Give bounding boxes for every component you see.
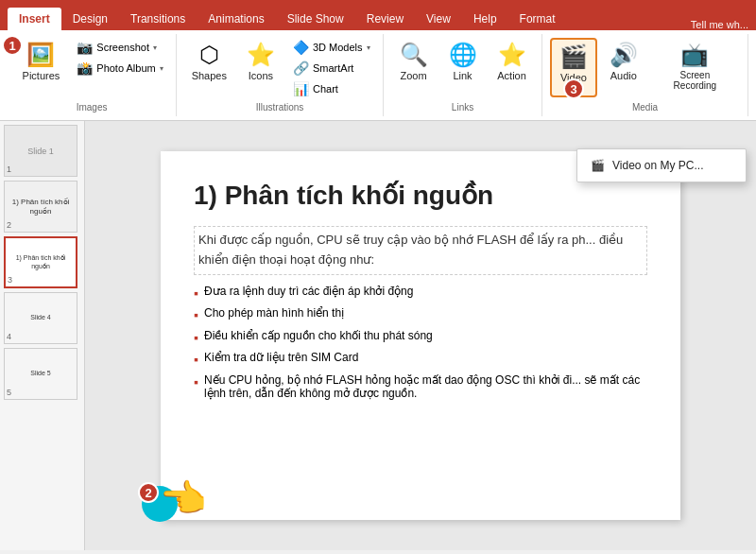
tab-view[interactable]: View xyxy=(415,8,462,30)
slide-panel: Slide 1 1 1) Phân tích khối nguồn 2 1) P… xyxy=(0,121,85,550)
photo-album-button[interactable]: 📸 Photo Album ▾ xyxy=(71,59,168,78)
bullet-mark-2: ▪ xyxy=(194,306,198,325)
shapes-button[interactable]: ⬡ Shapes xyxy=(184,38,234,85)
action-icon: ⭐ xyxy=(498,42,526,68)
screenshot-button[interactable]: 📷 Screenshot ▾ xyxy=(71,38,168,57)
video-icon: 🎬 xyxy=(559,43,588,70)
ribbon-group-illustrations: ⬡ Shapes ⭐ Icons 🔷 3D Models ▾ 🔗 SmartAr… xyxy=(177,34,384,116)
slide-content-area: 1) Phân tích khối nguồn Khi được cấp ngu… xyxy=(161,151,680,520)
tab-format[interactable]: Format xyxy=(508,8,567,30)
bullet-text-5: Nếu CPU hỏng, bộ nhớ FLASH hỏng hoặc mất… xyxy=(204,373,647,400)
tab-review[interactable]: Review xyxy=(355,8,415,30)
slide-bullet-4: ▪ Kiểm tra dữ liệu trên SIM Card xyxy=(194,351,647,370)
audio-icon: 🔊 xyxy=(610,42,638,68)
media-label: Media xyxy=(632,98,658,113)
annotation-2: 2 xyxy=(138,482,159,503)
video-dropdown-menu: 🎬 Video on My PC... xyxy=(576,148,747,182)
tab-bar: Insert Design Transitions Animations Sli… xyxy=(0,0,756,30)
slide-thumb-2[interactable]: 1) Phân tích khối nguồn 2 xyxy=(4,181,77,233)
zoom-icon: 🔍 xyxy=(400,42,428,68)
3d-models-dropdown-icon: ▾ xyxy=(367,43,370,52)
tell-me-bar: Tell me wh... xyxy=(691,19,756,30)
screen-recording-icon: 📺 xyxy=(680,42,709,68)
bullet-text-1: Đưa ra lệnh duy trì các điện áp khởi độn… xyxy=(204,285,647,298)
audio-button[interactable]: 🔊 Audio xyxy=(601,38,646,85)
links-items: 🔍 Zoom 🌐 Link ⭐ Action xyxy=(391,38,535,98)
tab-transitions[interactable]: Transitions xyxy=(119,8,197,30)
images-label: Images xyxy=(77,98,108,113)
slide-thumb-1[interactable]: Slide 1 1 xyxy=(4,125,77,177)
bullet-text-2: Cho phép màn hình hiển thị xyxy=(204,306,647,320)
screenshot-icon: 📷 xyxy=(77,40,93,55)
video-pc-icon: 🎬 xyxy=(591,159,605,172)
slide-bullet-2: ▪ Cho phép màn hình hiển thị xyxy=(194,306,647,325)
slide-intro: Khi được cấp nguồn, CPU sẽ truy cập vào … xyxy=(198,231,643,270)
slide-thumb-3[interactable]: 1) Phân tích khối nguồn 3 xyxy=(4,236,77,288)
annotation-1: 1 xyxy=(2,35,23,56)
icons-button[interactable]: ⭐ Icons xyxy=(238,38,284,85)
ribbon-group-links: 🔍 Zoom 🌐 Link ⭐ Action Links xyxy=(384,34,542,116)
video-on-pc-item[interactable]: 🎬 Video on My PC... xyxy=(577,153,746,178)
3d-models-icon: 🔷 xyxy=(293,40,309,55)
bullet-mark-4: ▪ xyxy=(194,351,198,370)
hand-pointer-icon: 👉 xyxy=(161,476,208,521)
screenshot-album-group: 📷 Screenshot ▾ 📸 Photo Album ▾ xyxy=(71,38,168,78)
slide-bullet-3: ▪ Điều khiển cấp nguồn cho khối thu phát… xyxy=(194,329,647,348)
bullet-mark-5: ▪ xyxy=(194,373,198,392)
tab-insert[interactable]: Insert xyxy=(8,8,61,30)
slide-intro-block: Khi được cấp nguồn, CPU sẽ truy cập vào … xyxy=(194,226,647,275)
tab-help[interactable]: Help xyxy=(462,8,508,30)
ribbon-group-images: 🖼️ Pictures 📷 Screenshot ▾ 📸 Photo Album… xyxy=(8,34,177,116)
link-icon: 🌐 xyxy=(449,42,477,68)
links-label: Links xyxy=(452,98,473,113)
tab-animations[interactable]: Animations xyxy=(197,8,275,30)
hand-annotation-area: 2 👉 xyxy=(142,486,178,522)
illustrations-label: Illustrations xyxy=(256,98,304,113)
bullet-mark-1: ▪ xyxy=(194,285,198,303)
annotation-3: 3 xyxy=(563,78,584,99)
photo-album-dropdown-icon: ▾ xyxy=(160,64,163,73)
zoom-button[interactable]: 🔍 Zoom xyxy=(391,38,437,85)
images-items: 🖼️ Pictures 📷 Screenshot ▾ 📸 Photo Album… xyxy=(15,38,169,98)
hand-icon-container: 2 👉 xyxy=(142,486,178,522)
slide-bullet-1: ▪ Đưa ra lệnh duy trì các điện áp khởi đ… xyxy=(194,285,647,303)
slide-thumb-5[interactable]: Slide 5 5 xyxy=(4,348,77,400)
tab-design[interactable]: Design xyxy=(61,8,119,30)
slide-bullet-5: ▪ Nếu CPU hỏng, bộ nhớ FLASH hỏng hoặc m… xyxy=(194,373,647,400)
3d-models-button[interactable]: 🔷 3D Models ▾ xyxy=(287,38,376,57)
ribbon-group-media: 3 🎬 Video ▾ 🔊 Audio 📺 Screen Recording M… xyxy=(542,34,748,116)
tab-slideshow[interactable]: Slide Show xyxy=(276,8,355,30)
icons-icon: ⭐ xyxy=(247,42,275,68)
smartart-button[interactable]: 🔗 SmartArt xyxy=(287,59,376,78)
models-smartart-chart: 🔷 3D Models ▾ 🔗 SmartArt 📊 Chart xyxy=(287,38,376,98)
bullet-text-3: Điều khiển cấp nguồn cho khối thu phát s… xyxy=(204,329,647,342)
shapes-icon: ⬡ xyxy=(199,42,219,68)
bullet-mark-3: ▪ xyxy=(194,329,198,348)
chart-button[interactable]: 📊 Chart xyxy=(287,79,376,98)
slide-thumb-4[interactable]: Slide 4 4 xyxy=(4,292,77,344)
action-button[interactable]: ⭐ Action xyxy=(490,38,535,85)
chart-icon: 📊 xyxy=(293,81,309,96)
smartart-icon: 🔗 xyxy=(293,61,309,76)
bullet-text-4: Kiểm tra dữ liệu trên SIM Card xyxy=(204,351,647,364)
slide-title: 1) Phân tích khối nguồn xyxy=(194,180,647,211)
ribbon: 1 🖼️ Pictures 📷 Screenshot ▾ 📸 Photo Alb… xyxy=(0,30,756,121)
link-button[interactable]: 🌐 Link xyxy=(440,38,486,85)
illustrations-items: ⬡ Shapes ⭐ Icons 🔷 3D Models ▾ 🔗 SmartAr… xyxy=(184,38,376,98)
screenshot-dropdown-icon: ▾ xyxy=(153,43,157,52)
pictures-icon: 🖼️ xyxy=(26,42,55,68)
main-area: Slide 1 1 1) Phân tích khối nguồn 2 1) P… xyxy=(0,121,756,550)
screen-recording-button[interactable]: 📺 Screen Recording xyxy=(650,38,740,95)
photo-album-icon: 📸 xyxy=(77,61,93,76)
slide-canvas: 1) Phân tích khối nguồn Khi được cấp ngu… xyxy=(85,121,756,550)
